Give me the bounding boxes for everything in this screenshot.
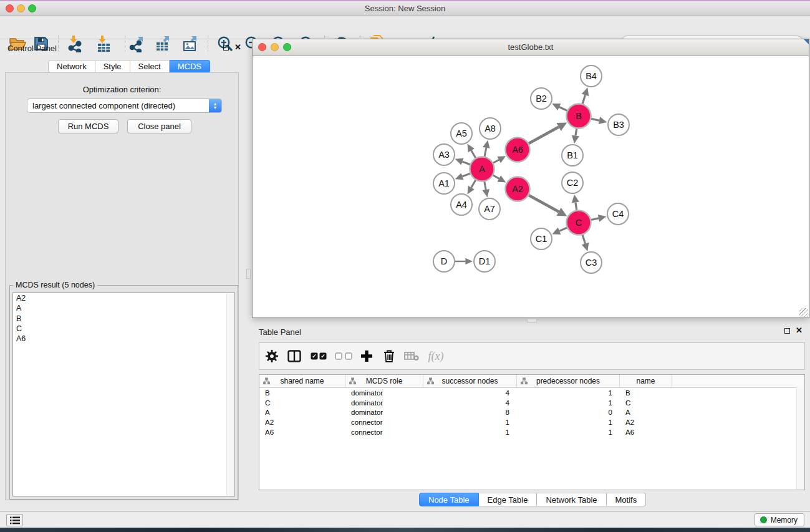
show-column-panel-button[interactable]	[287, 350, 301, 362]
tab-node-table[interactable]: Node Table	[419, 493, 479, 506]
table-cell[interactable]: 1	[423, 418, 517, 426]
edge-A2-C[interactable]	[529, 195, 559, 212]
zoom-in-button[interactable]	[214, 34, 236, 54]
table-cell[interactable]: 4	[423, 389, 517, 397]
node-A8[interactable]: A8	[480, 118, 501, 139]
node-A6[interactable]: A6	[506, 138, 530, 162]
node-B[interactable]: B	[567, 104, 591, 128]
split-divider-grip[interactable]	[246, 269, 251, 279]
table-cell[interactable]: A2	[259, 418, 345, 426]
column-header-name[interactable]: name	[620, 375, 672, 387]
export-network-button[interactable]	[125, 34, 148, 54]
edge-A6-B[interactable]	[529, 127, 559, 144]
edge-B-B1[interactable]	[576, 128, 577, 135]
network-minimize-button[interactable]	[271, 43, 279, 51]
tab-edge-table[interactable]: Edge Table	[479, 493, 538, 506]
mcds-result-item[interactable]: A	[13, 303, 234, 313]
tab-style[interactable]: Style	[95, 60, 130, 73]
tab-network[interactable]: Network	[48, 60, 95, 73]
edge-A-A1[interactable]	[462, 173, 470, 177]
control-panel-close-icon[interactable]: ✕	[234, 44, 241, 50]
table-row[interactable]: A2connector11A2	[259, 417, 804, 427]
table-cell[interactable]: 0	[517, 409, 620, 416]
mcds-result-item[interactable]: A6	[13, 334, 234, 344]
node-A1[interactable]: A1	[433, 173, 455, 194]
edge-A-A4[interactable]	[471, 180, 476, 188]
edge-B-B3[interactable]	[591, 118, 599, 120]
network-close-button[interactable]	[258, 43, 266, 51]
table-scrollbar[interactable]	[796, 387, 804, 490]
network-canvas[interactable]: B4B2BB3A5A8A6B1A3AA1C2A2A4A7C4CC1C3DD1	[253, 56, 809, 317]
node-B4[interactable]: B4	[581, 65, 602, 87]
deselect-all-columns-button[interactable]	[335, 353, 352, 360]
table-cell[interactable]: B	[620, 389, 672, 397]
table-cell[interactable]: A6	[259, 428, 345, 436]
network-zoom-button[interactable]	[283, 43, 291, 51]
node-C2[interactable]: C2	[562, 172, 583, 193]
edge-B-B4[interactable]	[582, 95, 585, 104]
node-B2[interactable]: B2	[531, 88, 552, 109]
task-history-button[interactable]	[6, 514, 23, 526]
table-cell[interactable]: connector	[345, 428, 423, 436]
node-A3[interactable]: A3	[433, 144, 455, 165]
delete-column-button[interactable]	[383, 349, 395, 363]
tab-select[interactable]: Select	[130, 60, 170, 73]
resize-grip-icon[interactable]	[799, 308, 808, 317]
node-C3[interactable]: C3	[581, 252, 602, 273]
table-cell[interactable]: connector	[345, 418, 423, 426]
export-image-button[interactable]	[179, 34, 201, 54]
table-settings-button[interactable]	[265, 349, 279, 364]
export-table-button[interactable]	[152, 34, 174, 54]
optimization-criterion-dropdown[interactable]: largest connected component (directed) ▲…	[27, 99, 222, 113]
mcds-result-item[interactable]: A2	[13, 293, 234, 303]
table-cell[interactable]: 1	[517, 389, 620, 397]
select-all-columns-button[interactable]: ✓ ✓	[311, 353, 327, 360]
network-graph[interactable]: B4B2BB3A5A8A6B1A3AA1C2A2A4A7C4CC1C3DD1	[253, 56, 809, 317]
table-cell[interactable]: 8	[423, 409, 517, 416]
table-cell[interactable]: C	[620, 399, 672, 407]
node-A2[interactable]: A2	[506, 177, 530, 201]
edge-A-A3[interactable]	[462, 162, 470, 165]
import-network-button[interactable]	[64, 34, 86, 54]
table-cell[interactable]: C	[259, 399, 345, 407]
tab-mcds[interactable]: MCDS	[170, 60, 210, 73]
table-panel-float-icon[interactable]	[784, 328, 790, 334]
table-cell[interactable]: 1	[517, 418, 620, 426]
table-cell[interactable]: dominator	[345, 399, 423, 407]
table-cell[interactable]: A	[259, 409, 345, 416]
node-B3[interactable]: B3	[608, 114, 629, 135]
edge-A-A8[interactable]	[485, 148, 486, 157]
edge-A-A6[interactable]	[493, 160, 499, 163]
table-row[interactable]: Bdominator41B	[259, 388, 804, 398]
table-cell[interactable]: 1	[517, 399, 620, 407]
split-divider-grip[interactable]	[527, 319, 537, 322]
edge-A-A5[interactable]	[471, 150, 476, 158]
tab-motifs[interactable]: Motifs	[607, 493, 647, 506]
node-C[interactable]: C	[567, 211, 591, 235]
run-mcds-button[interactable]: Run MCDS	[58, 119, 118, 133]
control-panel-float-icon[interactable]	[223, 45, 229, 51]
table-cell[interactable]: A	[620, 409, 672, 416]
table-cell[interactable]: dominator	[345, 409, 423, 416]
edge-A-A7[interactable]	[485, 181, 486, 190]
edge-A-A2[interactable]	[493, 175, 499, 178]
tab-network-table[interactable]: Network Table	[537, 493, 606, 506]
import-table-button[interactable]	[92, 34, 115, 54]
edge-C-C3[interactable]	[582, 235, 585, 244]
edge-C-C4[interactable]	[591, 218, 599, 220]
node-C1[interactable]: C1	[531, 228, 552, 249]
delete-table-button[interactable]	[404, 351, 419, 361]
column-header-predecessor-nodes[interactable]: predecessor nodes	[517, 375, 620, 387]
table-panel-close-icon[interactable]: ✕	[796, 327, 803, 333]
memory-button[interactable]: Memory	[755, 513, 804, 526]
mcds-result-list[interactable]: A2ABCA6	[12, 293, 235, 496]
node-C4[interactable]: C4	[607, 203, 629, 225]
node-A4[interactable]: A4	[451, 194, 472, 215]
result-list-scrollbar[interactable]	[226, 293, 234, 496]
function-builder-button[interactable]: f(x)	[428, 350, 444, 363]
column-header-successor-nodes[interactable]: successor nodes	[423, 375, 517, 387]
add-column-button[interactable]	[360, 350, 373, 362]
table-row[interactable]: Cdominator41C	[259, 398, 804, 408]
node-D[interactable]: D	[433, 251, 455, 272]
table-cell[interactable]: 1	[423, 428, 517, 436]
